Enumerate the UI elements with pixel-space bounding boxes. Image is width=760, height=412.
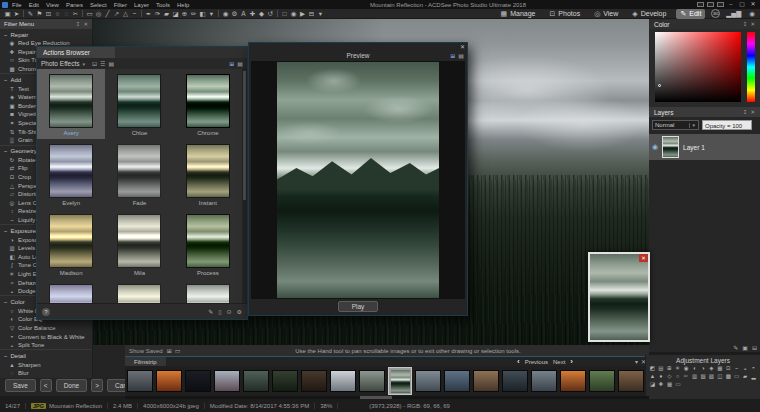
layers-tab[interactable]: Layers ↧ ✕ [649,107,760,117]
acdsee-365-icon[interactable]: 365 [711,9,720,18]
collapse-icon[interactable]: ⊟ [307,9,316,19]
effect-partial[interactable] [105,279,173,303]
record-action-icon[interactable]: ✎ [208,308,213,315]
red-eye-tool-icon[interactable]: ◉ [221,9,230,19]
menu-layer[interactable]: Layer [134,2,149,8]
effect-chrome[interactable]: Chrome [174,69,242,139]
menu-select[interactable]: Select [90,2,107,8]
close-icon[interactable]: ✕ [83,21,88,27]
auto-hide-icon[interactable]: ⊞ [450,52,455,59]
dashboard-icon[interactable]: ▂▅▇ [726,10,741,18]
adj-histogram-icon[interactable]: ▂ [750,373,757,379]
adj-dehaze-icon[interactable]: ◓ [750,365,757,371]
adj-color-balance-icon[interactable]: ◑ [700,365,707,371]
adj-photo-effect-icon[interactable]: ◈ [708,365,715,371]
filmstrip-thumbnail[interactable] [415,370,441,392]
ellipse-select-icon[interactable]: ○ [53,9,62,19]
filmstrip-thumbnail-selected[interactable] [388,367,412,395]
more-caret[interactable]: ▾ [316,9,325,19]
mode-view[interactable]: ◎View [590,9,622,19]
show-preview-icon[interactable]: ◉ [289,9,298,19]
zoom-fit-icon[interactable]: ⊞ [167,347,172,354]
eyedropper-icon[interactable]: ✒ [144,9,153,19]
group-header-repair[interactable]: −Repair [0,28,92,39]
menu-filter[interactable]: Filter [114,2,127,8]
next-image-button[interactable]: > [91,379,103,392]
edit-layer-icon[interactable]: ✎ [733,344,738,351]
adj-sharpen-icon[interactable]: ▲ [649,373,656,379]
category-label[interactable]: Photo Effects [41,60,80,67]
filmstrip-thumbnail[interactable] [359,370,385,392]
opacity-input[interactable]: Opacity = 100 [702,120,752,130]
close-icon[interactable]: ✕ [750,21,755,27]
next-button[interactable]: Next [553,359,565,365]
pane-bottom-toggle-icon[interactable] [707,2,714,7]
adj-bw-icon[interactable]: ▩ [725,373,732,379]
adj-split-tone-icon[interactable]: ◫ [716,373,723,379]
filmstrip-thumbnail[interactable] [618,370,644,392]
polygon-tool-icon[interactable]: △ [121,9,130,19]
new-layer-icon[interactable]: ▣ [742,344,748,351]
effect-fade[interactable]: Fade [105,139,173,209]
adj-borders-icon[interactable]: ▭ [733,373,740,379]
adj-fill-icon[interactable]: ▰ [742,373,749,379]
view-mode-icon[interactable]: ▤ [108,60,114,67]
clone-stamp-icon[interactable]: ⊕ [180,9,189,19]
pin-icon[interactable]: ↧ [76,21,81,27]
flag-tool-icon[interactable]: ⚑ [35,9,44,19]
effect-avery[interactable]: Avery [37,69,105,139]
pencil-tool-icon[interactable]: ✎ [26,9,35,19]
filmstrip-thumbnail[interactable] [243,370,269,392]
adj-gradient-icon[interactable]: ▧ [700,373,707,379]
menu-file[interactable]: File [12,2,22,8]
adj-dodge-icon[interactable]: ◒ [742,365,749,371]
saturation-value-picker[interactable] [655,32,741,102]
adj-radial-icon[interactable]: ▨ [708,373,715,379]
filmstrip-menu-icon[interactable]: ▾ [635,358,638,365]
filmstrip-tab[interactable]: Filmstrip [125,357,166,366]
effect-madison[interactable]: Madison [37,209,105,279]
layer-row[interactable]: ◉ Layer 1 [649,134,760,160]
search-actions-icon[interactable]: ⊙ [227,308,232,315]
filmstrip-thumbnail[interactable] [301,370,327,392]
save-button[interactable]: Save [5,379,36,392]
done-button[interactable]: Done [56,379,88,392]
menu-edit[interactable]: Edit [29,2,39,8]
adj-curves-icon[interactable]: ⊞ [666,365,673,371]
filmstrip-thumbnail[interactable] [185,370,211,392]
navigator-inset[interactable]: ✕ [588,252,650,342]
delete-action-icon[interactable]: ▯ [218,308,221,315]
preview-titlebar[interactable]: Preview [249,50,467,61]
filmstrip-scrollbar[interactable] [125,396,649,399]
mode-develop[interactable]: ◈Develop [628,9,670,19]
filmstrip-thumbnail[interactable] [127,370,153,392]
filter-item-color-balance[interactable]: ▽Color Balance [0,324,92,333]
adj-blur-icon[interactable]: ◇ [666,373,673,379]
circle-tool-icon[interactable]: ◎ [94,9,103,19]
adj-grain-icon[interactable]: ▥ [691,373,698,379]
filmstrip-thumbnail[interactable] [330,370,356,392]
filmstrip-thumbnail[interactable] [502,370,528,392]
actions-browser-tab[interactable]: Actions Browser [37,47,115,58]
gradient-tool-icon[interactable]: ▰ [162,9,171,19]
filter-item-split-tone[interactable]: ◒Split Tone [0,341,92,350]
curve-tool-icon[interactable]: ~ [130,9,139,19]
show-original-icon[interactable]: □ [280,9,289,19]
zoom-actual-icon[interactable]: ▭ [175,347,181,354]
effect-process[interactable]: Process [174,209,242,279]
rect-select-icon[interactable]: ▭ [85,9,94,19]
mode-photos[interactable]: ⊡Photos [545,9,584,19]
filmstrip-thumbnail[interactable] [560,370,586,392]
group-header-detail[interactable]: −Detail [0,349,92,360]
filmstrip-thumbnail[interactable] [156,370,182,392]
play-button[interactable]: Play [338,301,379,312]
adj-lut-icon[interactable]: ▦ [716,365,723,371]
dock-icon[interactable]: ▤ [237,60,243,67]
actions-browser-icon[interactable]: ▣ [3,9,12,19]
effect-instant[interactable]: Instant [174,139,242,209]
pin-icon[interactable]: ↧ [743,109,748,115]
auto-hide-icon[interactable]: ⊞ [229,60,234,67]
filter-item-sharpen[interactable]: ▲Sharpen [0,360,92,369]
text-tool-icon[interactable]: A [239,9,248,19]
adj-levels-icon[interactable]: ▤ [657,365,664,371]
